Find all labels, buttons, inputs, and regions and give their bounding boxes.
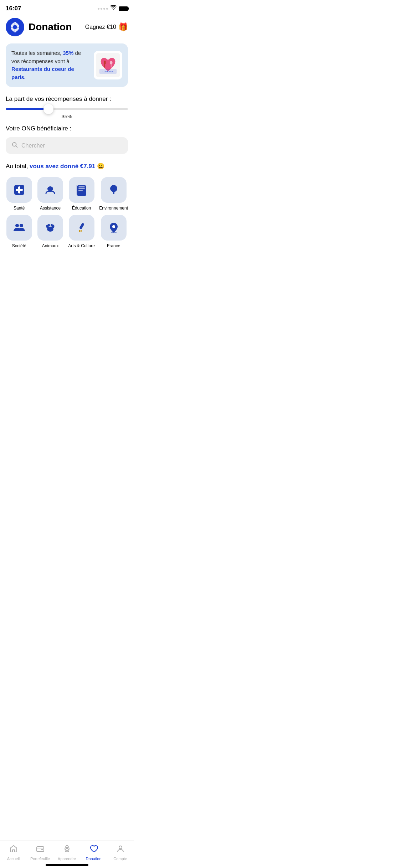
svg-rect-9 <box>111 64 112 68</box>
partner-logo: LES RESTOS <box>94 51 122 79</box>
svg-rect-7 <box>105 61 106 64</box>
earn-badge[interactable]: Gagnez €10 🎁 <box>85 22 128 32</box>
search-icon <box>11 141 18 150</box>
svg-point-8 <box>110 61 113 64</box>
sante-label: Santé <box>14 206 25 211</box>
tree-icon <box>107 184 120 196</box>
svg-rect-6 <box>104 61 104 64</box>
wifi-icon <box>110 5 117 12</box>
banner-prefix: Toutes les semaines, <box>11 50 63 56</box>
category-france[interactable]: France <box>99 215 128 248</box>
assistance-icon-box <box>37 177 63 203</box>
page-title: Donation <box>29 21 85 33</box>
environnement-icon-box <box>101 177 127 203</box>
svg-rect-18 <box>78 186 85 187</box>
people-icon <box>13 221 26 234</box>
environnement-label: Environnement <box>99 206 128 211</box>
svg-rect-30 <box>79 223 84 229</box>
svg-point-29 <box>51 224 53 227</box>
france-label: France <box>107 243 120 248</box>
banner-link[interactable]: Restaurants du coeur de paris. <box>11 66 74 80</box>
category-animaux[interactable]: Animaux <box>37 215 63 248</box>
category-sante[interactable]: Santé <box>6 177 32 211</box>
svg-point-28 <box>48 224 50 227</box>
animaux-label: Animaux <box>42 243 59 248</box>
slider-thumb[interactable] <box>43 104 53 114</box>
earn-label: Gagnez €10 <box>85 24 116 30</box>
svg-rect-20 <box>78 190 83 191</box>
banner-percent: 35% <box>63 50 73 56</box>
societe-label: Société <box>12 243 26 248</box>
banner-text: Toutes les semaines, 35% de vos récompen… <box>11 49 89 81</box>
paw-icon <box>44 221 57 234</box>
total-amount: vous avez donné €7.91 <box>30 163 95 170</box>
assistance-label: Assistance <box>40 206 61 211</box>
slider-track <box>6 108 128 110</box>
sante-icon-box <box>6 177 32 203</box>
slider-fill <box>6 108 48 110</box>
location-icon <box>107 221 120 234</box>
battery-icon <box>119 6 128 11</box>
app-logo <box>6 18 24 36</box>
svg-line-13 <box>16 146 17 147</box>
total-prefix: Au total, <box>6 163 30 170</box>
ong-label: Votre ONG bénéficiaire : <box>6 125 128 132</box>
medical-icon <box>13 184 26 196</box>
education-label: Éducation <box>72 206 91 211</box>
app-header: Donation Gagnez €10 🎁 <box>0 15 134 41</box>
svg-rect-16 <box>16 189 23 191</box>
total-section: Au total, vous avez donné €7.91 😀 <box>0 157 134 174</box>
total-emoji: 😀 <box>97 163 104 170</box>
svg-text:LES RESTOS: LES RESTOS <box>103 71 114 73</box>
svg-point-33 <box>112 225 115 228</box>
slider-label: La part de vos récompenses à donner : <box>6 95 128 103</box>
arts-icon-box <box>69 215 94 241</box>
status-bar: 16:07 <box>0 0 134 15</box>
status-icons <box>98 5 128 12</box>
category-assistance[interactable]: Assistance <box>37 177 63 211</box>
france-icon-box <box>101 215 127 241</box>
restaurant-logo-svg: LES RESTOS <box>96 53 120 77</box>
slider-container[interactable] <box>6 108 128 110</box>
slider-value: 35% <box>6 113 128 119</box>
svg-rect-22 <box>113 191 114 194</box>
categories-grid: Santé Assistance <box>0 174 134 251</box>
svg-point-23 <box>15 224 19 227</box>
category-education[interactable]: Éducation <box>68 177 95 211</box>
category-arts[interactable]: Arts & Culture <box>68 215 95 248</box>
animaux-icon-box <box>37 215 63 241</box>
signal-icon <box>98 8 108 10</box>
svg-point-21 <box>110 185 117 192</box>
education-icon <box>75 184 88 196</box>
search-box[interactable]: Chercher <box>6 137 128 154</box>
status-time: 16:07 <box>6 5 21 12</box>
svg-point-24 <box>20 224 23 227</box>
ong-section: Votre ONG bénéficiaire : Chercher <box>0 122 134 157</box>
svg-rect-34 <box>111 232 117 233</box>
category-societe[interactable]: Société <box>6 215 32 248</box>
assistance-icon <box>44 184 57 196</box>
societe-icon-box <box>6 215 32 241</box>
slider-section: La part de vos récompenses à donner : 35… <box>0 93 134 122</box>
svg-rect-19 <box>78 188 85 189</box>
donation-banner: Toutes les semaines, 35% de vos récompen… <box>6 43 128 87</box>
brush-icon <box>75 221 88 234</box>
gift-icon: 🎁 <box>118 22 128 32</box>
arts-label: Arts & Culture <box>68 243 95 248</box>
search-placeholder-text: Chercher <box>21 143 45 149</box>
education-icon-box <box>69 177 94 203</box>
category-environnement[interactable]: Environnement <box>99 177 128 211</box>
